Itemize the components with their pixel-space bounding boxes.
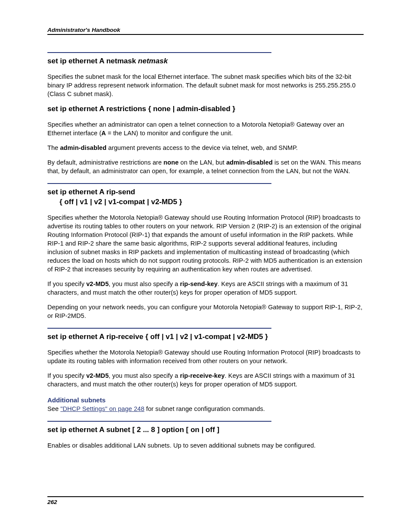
body-paragraph: If you specify v2-MD5, you must also spe… bbox=[47, 280, 364, 297]
command-heading-netmask: set ip ethernet A netmask netmask bbox=[47, 56, 364, 66]
section-rule bbox=[47, 421, 271, 422]
body-paragraph: Depending on your network needs, you can… bbox=[47, 303, 364, 320]
body-paragraph: The admin-disabled argument prevents acc… bbox=[47, 143, 364, 152]
section-rule bbox=[47, 183, 271, 184]
section-rule bbox=[47, 328, 271, 329]
see-prefix: See bbox=[47, 405, 60, 412]
section-rule bbox=[47, 52, 271, 53]
body-paragraph: If you specify v2-MD5, you must also spe… bbox=[47, 371, 364, 389]
document-page: Administrator's Handbook set ip ethernet… bbox=[0, 0, 411, 532]
body-paragraph: Specifies whether the Motorola Netopia® … bbox=[47, 348, 364, 365]
header-rule bbox=[47, 34, 364, 35]
running-header: Administrator's Handbook bbox=[47, 27, 364, 33]
page-footer: 262 bbox=[47, 496, 364, 505]
see-suffix: for subnet range configuration commands. bbox=[144, 405, 265, 412]
cmd-line2: { off | v1 | v2 | v1-compat | v2-MD5 } bbox=[47, 197, 364, 207]
body-paragraph: Specifies the subnet mask for the local … bbox=[47, 72, 364, 98]
command-heading-restrictions: set ip ethernet A restrictions { none | … bbox=[47, 104, 364, 114]
subheading-additional-subnets: Additional subnets bbox=[47, 396, 364, 404]
xref-link-dhcp-settings[interactable]: "DHCP Settings" on page 248 bbox=[60, 405, 144, 412]
body-paragraph: Specifies whether an administrator can o… bbox=[47, 120, 364, 137]
cmd-text: set ip ethernet A netmask bbox=[47, 57, 138, 65]
footer-rule bbox=[47, 496, 364, 497]
body-paragraph: See "DHCP Settings" on page 248 for subn… bbox=[47, 404, 364, 413]
command-heading-subnet-option: set ip ethernet A subnet [ 2 ... 8 ] opt… bbox=[47, 425, 364, 435]
page-number: 262 bbox=[47, 499, 364, 505]
command-heading-rip-send: set ip ethernet A rip-send { off | v1 | … bbox=[47, 187, 364, 207]
command-heading-rip-receive: set ip ethernet A rip-receive { off | v1… bbox=[47, 332, 364, 342]
cmd-line1: set ip ethernet A rip-send bbox=[47, 188, 135, 196]
body-paragraph: Specifies whether the Motorola Netopia® … bbox=[47, 213, 364, 274]
body-paragraph: By default, administrative restrictions … bbox=[47, 158, 364, 175]
body-paragraph: Enables or disables additional LAN subne… bbox=[47, 441, 364, 450]
cmd-arg: netmask bbox=[138, 57, 168, 65]
